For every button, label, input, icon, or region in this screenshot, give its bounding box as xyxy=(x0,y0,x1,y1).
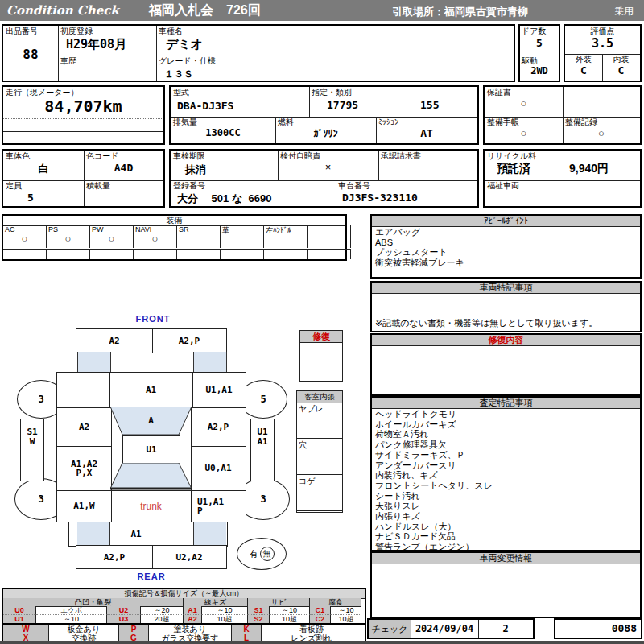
capacity-cell: 定員 5 xyxy=(3,180,84,206)
side-strip-left: S1 W xyxy=(20,419,44,481)
grade: １３Ｓ xyxy=(164,68,193,81)
score: 3.5 xyxy=(565,36,640,51)
cabin-row: ヤブレ xyxy=(297,402,342,439)
assessment-item: ハンドルスレ（大） xyxy=(375,522,638,532)
auction-sheet: Condition Check 福岡入札会 726回 引取場所：福岡県古賀市青柳… xyxy=(0,0,644,644)
change-info-box: 車両変更情報 xyxy=(370,551,642,618)
assessment-item: 天張りスレ xyxy=(375,501,638,511)
model-name: デミオ xyxy=(166,37,203,52)
score-cell: 評価点 3.5 xyxy=(565,26,640,54)
insurance-mark: × xyxy=(278,161,378,173)
documents-box: 保証書 ○ 整備手帳 ○ 整備記録 ○ xyxy=(483,85,642,145)
exterior-grade: C xyxy=(565,64,602,76)
equipment-cell: NAVI ○ xyxy=(134,225,177,248)
rear-bumper: A2,P U2,A2 xyxy=(76,545,227,569)
cabin-rows: ヤブレ 穴 コゲ xyxy=(297,402,342,511)
fuel: ｶﾞｿﾘﾝ xyxy=(275,128,376,139)
assessment-item: 内張りキズ xyxy=(375,511,638,522)
assessment-item: 荷物室Ａ汚れ xyxy=(375,429,638,440)
displacement-cell: 排気量 1300CC xyxy=(171,117,275,143)
front-corner-left xyxy=(77,352,111,372)
cell-front-bumper-right: A2,P xyxy=(152,329,226,353)
sheet-number-box: 0088 xyxy=(554,618,642,639)
appeal-header: ｱﾋﾟｰﾙﾎﾟｲﾝﾄ xyxy=(372,216,640,227)
brand-logo: Condition Check xyxy=(6,3,119,18)
appeal-item: エアバッグ xyxy=(375,227,638,237)
chassis-number: DJ3FS-323110 xyxy=(342,192,418,204)
special-notes-text: ※記載のない書類・機器等は無しとして取り扱います。 xyxy=(375,317,638,329)
exterior-grade-cell: 外装 C xyxy=(565,54,602,80)
class-number-2: 155 xyxy=(420,99,439,111)
model-code-cell: 型式 DBA-DJ3FS xyxy=(171,87,309,117)
appeal-item: プッシュスタート xyxy=(375,247,638,258)
equipment-row: AC ○ PS ○ PW ○ NAVI ○ SR 革 左ﾊﾝﾄﾞﾙ xyxy=(3,225,351,248)
cell-side-left-2: W xyxy=(30,437,35,447)
cabin-row: コゲ xyxy=(297,475,342,511)
cell-cowl-right: U1,A1 xyxy=(192,373,246,407)
repair-content-box: 修復内容 xyxy=(370,333,642,396)
pickup-location: 引取場所：福岡県古賀市青柳 xyxy=(392,5,528,19)
equipment-cell: AC ○ xyxy=(3,225,47,248)
cabin-header: 客室内張 xyxy=(297,391,342,403)
check-box: チェック 2024/09/04 2 xyxy=(367,618,535,639)
check-count: 2 xyxy=(478,620,533,638)
first-registration: H29年08月 xyxy=(66,37,126,52)
score-box: 評価点 3.5 外装 C 内装 C xyxy=(564,24,642,82)
warranty-cell: 保証書 ○ xyxy=(485,87,563,117)
presence-yes: 有 xyxy=(250,548,258,560)
class-cell: 指定・類別 17795 155 xyxy=(309,87,477,117)
assessment-header: 査定特記事項 xyxy=(372,398,640,409)
color-box: 車体色 白 色コード A4D 定員 5 積載量 xyxy=(2,149,165,208)
assessment-item: フロントシートヘタリ、スレ xyxy=(375,481,638,491)
equipment-cell: SR xyxy=(177,225,221,248)
maintenance-record-mark: ○ xyxy=(563,127,640,139)
model-code: DBA-DJ3FS xyxy=(177,100,233,112)
special-notes-header: 車両特記事項 xyxy=(372,283,640,294)
cell-side-right-2: A1 xyxy=(257,437,267,447)
assessment-item: 警告ランプ（エンジン） xyxy=(375,542,638,552)
cell-front-bumper-left: A2 xyxy=(76,329,152,353)
displacement: 1300CC xyxy=(171,127,275,138)
maintenance-book-mark: ○ xyxy=(485,127,563,139)
inspection-cell: 車検期限 抹消 xyxy=(171,151,278,180)
approval-cell: 承認請求書 xyxy=(378,151,477,180)
doors-cell: ドア数 5 xyxy=(520,26,559,56)
cell-hood: A1 xyxy=(109,373,192,407)
first-registration-cell: 初度登録 H29年08月 xyxy=(58,26,156,56)
chassis-number-cell: 車台番号 DJ3FS-323110 xyxy=(336,180,477,206)
legend-table: 損傷記号＆損傷サイズ（～最大cm） 凸凹・亀裂 線キズ サビ 腐食 U0 エクボ… xyxy=(2,588,366,625)
equipment-table: 装備 AC ○ PS ○ PW ○ NAVI ○ SR 革 左ﾊﾝﾄﾞ xyxy=(2,214,347,261)
inspection-status: 抹消 xyxy=(185,163,206,177)
doors: 5 xyxy=(520,37,559,49)
roof-panel: U1 xyxy=(122,435,180,464)
equipment-cell xyxy=(308,225,351,248)
special-notes-box: 車両特記事項 ※記載のない書類・機器等は無しとして取り扱います。 xyxy=(370,281,642,332)
cell-door-right: U0,A1 xyxy=(191,446,246,490)
cell-quarter-right: U1,A1 P xyxy=(191,490,246,522)
appeal-items: エアバッグABSプッシュスタート衝突被害軽減ブレーキ xyxy=(375,227,638,268)
load-cell: 積載量 xyxy=(84,180,163,206)
vehicle-usage: 乗用 xyxy=(614,5,634,19)
cabin-box: 客室内張 ヤブレ 穴 コゲ xyxy=(296,390,343,513)
assessment-item: パンク修理器具欠 xyxy=(375,440,638,450)
capacity: 5 xyxy=(27,192,34,204)
vehicle-id-box: 出品番号 88 初度登録 H29年08月 車歴 車種名 デミオ グレード・仕様 … xyxy=(2,24,515,82)
presence-mark: 有 無 xyxy=(237,538,287,570)
maintenance-book-cell: 整備手帳 ○ xyxy=(485,117,563,143)
front-label: FRONT xyxy=(113,314,193,324)
recycle-box: リサイクル料 預託済 9,940円 福祉車両 xyxy=(483,149,642,208)
interior-grade-cell: 内装 C xyxy=(602,54,640,80)
assessment-items: ヘッドライトクモリホイールカバーキズ荷物室Ａ汚れパンク修理器具欠サイドミラーキズ… xyxy=(375,409,638,552)
repair-mini-header: 修復 xyxy=(300,331,342,343)
class-number-1: 17795 xyxy=(327,99,358,111)
bottom-bar xyxy=(0,641,644,644)
cell-door-left: A1,A2 P,X xyxy=(57,446,111,490)
cell-rear-bumper-right: U2,A2 xyxy=(152,546,226,568)
welfare-cell: 福祉車両 xyxy=(485,180,640,206)
doors-drive-box: ドア数 5 駆動 2WD xyxy=(518,24,560,82)
color-code-cell: 色コード A4D xyxy=(84,151,163,180)
cell-rear-bumper-left: A2,P xyxy=(76,546,152,568)
check-date: 2024/09/04 xyxy=(411,620,479,638)
assessment-item: 内装汚れ、キズ xyxy=(375,470,638,481)
check-label: チェック xyxy=(369,620,411,638)
